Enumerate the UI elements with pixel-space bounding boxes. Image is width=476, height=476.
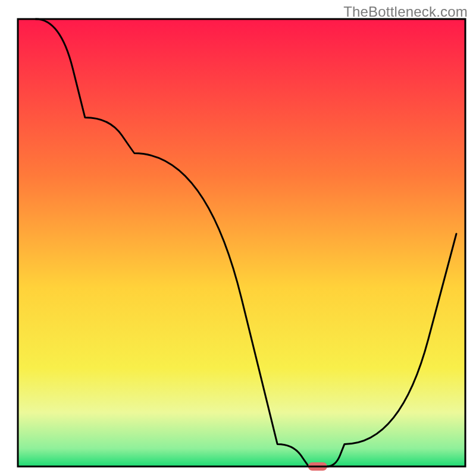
bottleneck-chart: TheBottleneck.com — [0, 0, 476, 476]
watermark-text: TheBottleneck.com — [343, 4, 468, 20]
plot-background — [18, 19, 465, 466]
chart-svg — [0, 0, 476, 476]
